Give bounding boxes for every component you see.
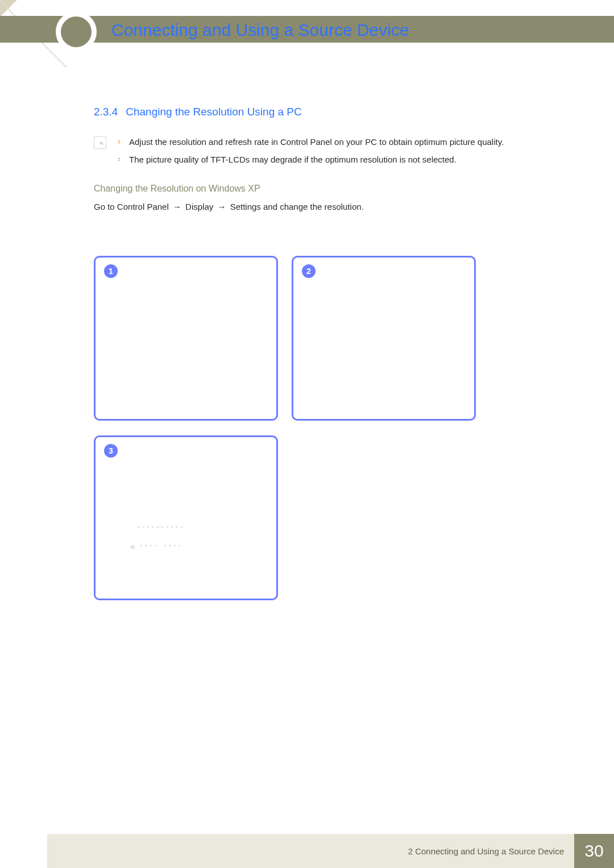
note-icon	[94, 136, 106, 149]
chapter-title: Connecting and Using a Source Device	[111, 20, 409, 40]
note-item: z The picture quality of TFT-LCDs may de…	[118, 153, 557, 166]
path-step: Control Panel	[117, 202, 169, 211]
path-step: Display	[185, 202, 213, 211]
note-list: z Adjust the resolution and refresh rate…	[118, 135, 557, 171]
section-heading: 2.3.4Changing the Resolution Using a PC	[94, 106, 557, 118]
note-block: z Adjust the resolution and refresh rate…	[94, 135, 557, 171]
section-number: 2.3.4	[94, 106, 118, 118]
placeholder-text: ■**** ****	[131, 543, 182, 550]
instruction-text: Go to Control Panel → Display → Settings…	[94, 202, 557, 211]
screenshot-step-1: 1	[94, 256, 278, 421]
chapter-number-badge	[56, 11, 97, 52]
instruction-suffix: and change the resolution.	[261, 202, 364, 211]
bullet-icon: z	[118, 135, 122, 148]
page-footer: 2 Connecting and Using a Source Device 3…	[0, 834, 614, 868]
screenshot-step-2: 2	[292, 256, 476, 421]
footer-chapter-ref: 2 Connecting and Using a Source Device	[408, 846, 564, 856]
step-badge: 3	[104, 444, 118, 458]
page-content: 2.3.4Changing the Resolution Using a PC …	[94, 106, 557, 211]
note-text: The picture quality of TFT-LCDs may degr…	[129, 153, 457, 166]
instruction-prefix: Go to	[94, 202, 117, 211]
placeholder-text: **********	[137, 525, 185, 531]
page-number: 30	[574, 834, 614, 868]
arrow-icon: →	[217, 202, 226, 211]
step-badge: 2	[302, 264, 316, 278]
note-item: z Adjust the resolution and refresh rate…	[118, 135, 557, 148]
screenshot-step-3: 3 ********** ■**** ****	[94, 435, 278, 600]
step-badge: 1	[104, 264, 118, 278]
footer-bar: 2 Connecting and Using a Source Device 3…	[47, 834, 614, 868]
section-title: Changing the Resolution Using a PC	[126, 106, 301, 118]
arrow-icon: →	[173, 202, 181, 211]
sub-heading: Changing the Resolution on Windows XP	[94, 184, 557, 194]
path-step: Settings	[230, 202, 261, 211]
note-text: Adjust the resolution and refresh rate i…	[129, 135, 504, 148]
bullet-icon: z	[118, 153, 122, 166]
